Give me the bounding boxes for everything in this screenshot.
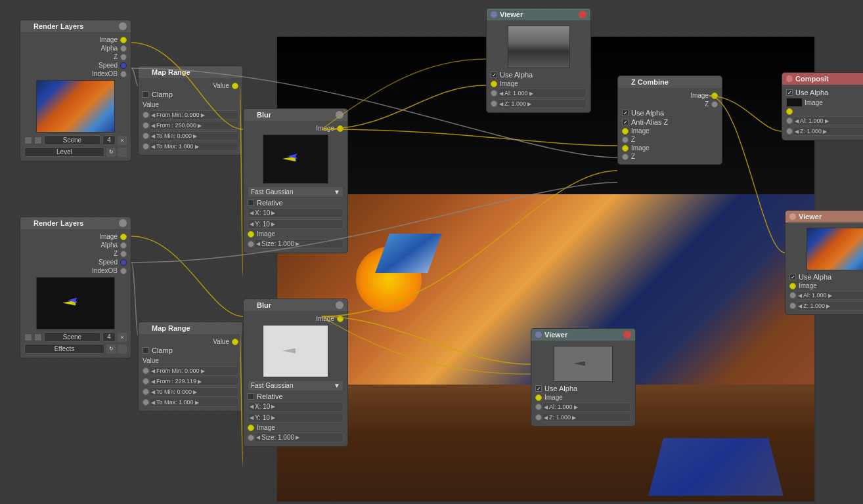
viewer-node-right: Viewer Use Alpha Image Al: 1.000 Z: 1.00…	[785, 210, 863, 315]
blur1-sizeval-socket	[248, 241, 254, 247]
zc-z2-socket	[622, 154, 629, 160]
mr2-from-socket	[143, 378, 149, 385]
viewer-mid-image-socket	[535, 394, 542, 401]
mr2-frommin-row: From Min: 0.000	[143, 366, 238, 375]
rl1-settings-icon[interactable]	[118, 148, 127, 157]
blur1-relative-cb[interactable]	[248, 200, 254, 206]
rl2-indexob-socket	[120, 268, 127, 274]
blur2-filter-dropdown[interactable]: Fast Gaussian ▼	[248, 380, 343, 391]
rl2-settings-icon[interactable]	[118, 345, 127, 354]
mr1-tomax-field[interactable]: To Max: 1.000	[149, 142, 238, 151]
viewer-top-z-field[interactable]: Z: 1.000	[497, 99, 586, 108]
rl2-scene-input[interactable]: Scene	[44, 332, 100, 342]
viewer-right-z-field[interactable]: Z: 1.000	[796, 301, 863, 310]
rl1-scene-input[interactable]: Scene	[44, 135, 100, 145]
rl1-z-output: Z	[24, 53, 127, 60]
mr2-frommin-field[interactable]: From Min: 0.000	[149, 366, 238, 375]
zc-z-out-socket	[711, 101, 718, 108]
comp-z-field[interactable]: Z: 1.000	[793, 127, 863, 136]
zc-image-output: Image	[622, 92, 718, 99]
viewer-right-usealpha-cb[interactable]	[789, 274, 796, 280]
blur-2-close[interactable]	[336, 301, 343, 309]
comp-usealpha-row: Use Alpha	[786, 89, 863, 96]
mr2-clamp-cb[interactable]	[143, 347, 149, 354]
map-range-2-header: Map Range	[139, 322, 242, 334]
blur2-x-field[interactable]: X: 10	[248, 402, 343, 411]
blur2-y-field[interactable]: Y: 10	[248, 413, 343, 423]
comp-al-input: Al: 1.000	[786, 116, 863, 125]
blur1-size-val-field[interactable]: Size: 1.000	[254, 239, 343, 249]
viewer-mid-al-field[interactable]: Al: 1.000	[542, 402, 631, 411]
blur2-image-output: Image	[248, 315, 343, 322]
zcombine-title: Z Combine	[631, 78, 669, 86]
rl1-x-button[interactable]: ×	[118, 136, 127, 145]
render-layers-node-1: Render Layers Image Alpha Z Speed IndexO…	[20, 20, 131, 161]
mr1-frommin-field[interactable]: From Min: 0.000	[149, 110, 238, 119]
viewer-right-image-socket	[789, 283, 796, 289]
blur2-size-val-field[interactable]: Size: 1.000	[254, 432, 343, 442]
viewer-top-image-socket	[491, 81, 497, 87]
viewer-mid-usealpha-cb[interactable]	[535, 385, 542, 392]
render-layers-2-close[interactable]	[119, 219, 127, 227]
mr2-from-row: From : 229.119	[143, 377, 238, 386]
zc-usealpha-row: Use Alpha	[622, 109, 718, 117]
mr1-from-row: From : 250.000	[143, 121, 238, 130]
render-layers-1-close[interactable]	[119, 22, 127, 30]
viewer-top-preview	[508, 26, 570, 68]
mr1-from-field[interactable]: From : 250.000	[149, 121, 238, 130]
rl1-indexob-output: IndexOB	[24, 70, 127, 77]
comp-image-socket	[786, 108, 793, 115]
viewer-right-al-field[interactable]: Al: 1.000	[796, 291, 863, 300]
viewer-mid-close[interactable]	[623, 331, 631, 339]
rl1-scene-num[interactable]: 4	[102, 135, 116, 145]
viewer-right-header: Viewer	[786, 211, 863, 222]
blur-1-close[interactable]	[336, 111, 343, 119]
rl2-x-button[interactable]: ×	[118, 333, 127, 342]
mr2-tomax-field[interactable]: To Max: 1.000	[149, 398, 238, 407]
blur1-filter-dropdown[interactable]: Fast Gaussian ▼	[248, 186, 343, 198]
blur-1-header: Blur	[244, 109, 347, 121]
viewer-top-close[interactable]	[579, 10, 586, 18]
rl1-layer-input[interactable]: Level	[24, 147, 104, 157]
rl2-alpha-output: Alpha	[24, 242, 127, 249]
comp-color-row: Image	[786, 98, 863, 107]
zc-z1-socket	[622, 136, 629, 143]
mr1-value-output: Value	[143, 82, 238, 89]
blur-node-2: Blur Image Fast Gaussian ▼ Relative X: 1…	[243, 299, 348, 447]
viewer-mid-z-field[interactable]: Z: 1.000	[542, 413, 631, 422]
viewer-right-title: Viewer	[799, 213, 822, 220]
composite-header: Composit	[782, 73, 863, 85]
rl1-indexob-socket	[120, 71, 127, 77]
mr2-tomin-field[interactable]: To Min: 0.000	[149, 387, 238, 396]
comp-usealpha-cb[interactable]	[786, 89, 793, 96]
zc-usealpha-cb[interactable]	[622, 110, 629, 116]
zc-z2-input: Z	[622, 153, 718, 160]
zc-antialias-cb[interactable]	[622, 119, 629, 125]
comp-z-input: Z: 1.000	[786, 127, 863, 136]
mr1-tomax-row: To Max: 1.000	[143, 142, 238, 151]
blur1-y-field[interactable]: Y: 10	[248, 219, 343, 229]
rl2-refresh-icon[interactable]: ↻	[106, 345, 116, 354]
blur-2-header: Blur	[244, 299, 347, 311]
map-range-2-title: Map Range	[152, 324, 190, 332]
blur1-image-output: Image	[248, 125, 343, 132]
viewer-mid-header: Viewer	[531, 329, 635, 341]
rl1-refresh-icon[interactable]: ↻	[106, 148, 116, 157]
viewer-right-al-socket	[789, 292, 796, 299]
mr1-tomin-field[interactable]: To Min: 0.000	[149, 131, 238, 140]
mr1-frommin-row: From Min: 0.000	[143, 110, 238, 119]
comp-al-field[interactable]: Al: 1.000	[793, 116, 863, 125]
rl2-scene-num[interactable]: 4	[102, 332, 116, 342]
comp-color-swatch	[786, 98, 803, 107]
rl2-layer-input[interactable]: Effects	[24, 344, 104, 354]
rl1-image-socket	[120, 37, 127, 43]
blur1-x-field[interactable]: X: 10	[248, 208, 343, 218]
viewer-top-z-socket	[491, 100, 497, 107]
viewer-top-al-field[interactable]: Al: 1.000	[497, 89, 586, 98]
map-range-node-2: Map Range Value Clamp Value From Min: 0.…	[138, 322, 243, 411]
rl1-speed-socket	[120, 62, 127, 69]
mr1-clamp-cb[interactable]	[143, 91, 149, 98]
mr2-from-field[interactable]: From : 229.119	[149, 377, 238, 386]
blur2-relative-cb[interactable]	[248, 393, 254, 400]
viewer-top-usealpha-cb[interactable]	[491, 72, 497, 78]
